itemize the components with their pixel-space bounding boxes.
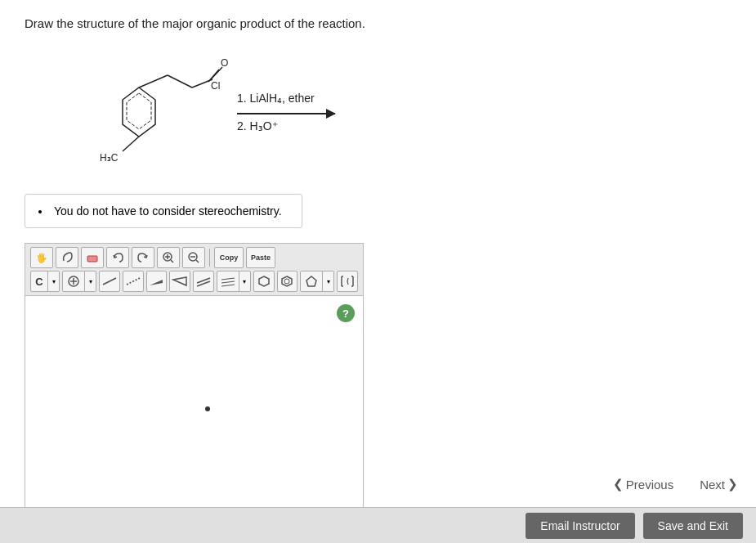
- reaction-steps: 1. LiAlH₄, ether 2. H₃O⁺: [237, 87, 335, 137]
- plus-dropdown-arrow[interactable]: ▾: [85, 271, 96, 292]
- svg-marker-24: [150, 280, 163, 285]
- hexagon-tool[interactable]: [253, 271, 275, 292]
- svg-line-42: [347, 281, 348, 285]
- canvas-dot: [205, 406, 210, 411]
- question-text: Draw the structure of the major organic …: [25, 16, 731, 30]
- shape-dropdown[interactable]: ▾: [300, 271, 334, 292]
- svg-line-6: [211, 67, 222, 79]
- svg-text:Cl: Cl: [211, 80, 220, 92]
- molecule-structure: O Cl H₃C: [41, 47, 237, 177]
- zoom-out-tool[interactable]: [182, 247, 205, 268]
- bond-type-dropdown[interactable]: ▾: [217, 271, 251, 292]
- svg-line-22: [103, 278, 116, 285]
- svg-line-2: [139, 75, 168, 88]
- reaction-step2: 2. H₃O⁺: [237, 114, 335, 137]
- wedge-up-tool[interactable]: [146, 271, 168, 292]
- lasso-tool[interactable]: [56, 247, 78, 268]
- svg-marker-31: [259, 276, 269, 286]
- toolbar-row-1: 🖐 Copy Paste: [30, 247, 358, 268]
- plus-tool[interactable]: [62, 271, 85, 292]
- svg-point-33: [284, 279, 289, 284]
- undo-tool[interactable]: [106, 247, 129, 268]
- reaction-arrow: [237, 113, 335, 114]
- select-tool[interactable]: 🖐: [30, 247, 53, 268]
- save-exit-button[interactable]: Save and Exit: [643, 513, 743, 539]
- erase-tool[interactable]: [81, 247, 104, 268]
- toolbar-separator-1: [209, 249, 210, 267]
- pentagon-tool[interactable]: [300, 271, 323, 292]
- chevron-right-icon: [727, 477, 738, 491]
- plus-dropdown[interactable]: ▾: [62, 271, 96, 292]
- copy-tool[interactable]: Copy: [214, 247, 244, 268]
- next-button[interactable]: Next: [690, 470, 748, 498]
- reaction-step1: 1. LiAlH₄, ether: [237, 87, 335, 110]
- main-content: Draw the structure of the major organic …: [0, 0, 756, 528]
- carbon-dropdown-arrow[interactable]: ▾: [48, 271, 60, 292]
- toolbar-row-2: C ▾ ▾: [30, 271, 358, 292]
- drawing-toolbar: 🖐 Copy Paste: [25, 243, 364, 295]
- carbon-dropdown[interactable]: C ▾: [30, 271, 60, 292]
- drawing-canvas[interactable]: ?: [25, 295, 364, 512]
- svg-line-29: [221, 281, 235, 283]
- bottom-bar: Email Instructor Save and Exit: [0, 507, 756, 543]
- svg-line-3: [168, 75, 192, 88]
- zoom-in-tool[interactable]: [157, 247, 180, 268]
- svg-marker-32: [282, 276, 292, 286]
- help-button[interactable]: ?: [337, 304, 355, 322]
- email-instructor-button[interactable]: Email Instructor: [526, 513, 634, 539]
- svg-text:H₃C: H₃C: [100, 152, 119, 164]
- double-bond-tool[interactable]: [193, 271, 214, 292]
- previous-button[interactable]: Previous: [603, 470, 683, 498]
- svg-line-15: [171, 260, 173, 263]
- dashed-bond-tool[interactable]: [123, 271, 144, 292]
- svg-rect-11: [87, 256, 97, 262]
- hint-text: You do not have to consider stereochemis…: [38, 204, 289, 218]
- single-bond-tool[interactable]: [99, 271, 120, 292]
- hint-box: You do not have to consider stereochemis…: [25, 194, 302, 228]
- carbon-tool[interactable]: C: [30, 271, 48, 292]
- ring-tool[interactable]: [277, 271, 298, 292]
- svg-line-23: [127, 278, 140, 285]
- svg-marker-25: [173, 277, 186, 285]
- svg-line-9: [123, 137, 139, 151]
- svg-marker-34: [306, 276, 316, 286]
- bond-dropdown-arrow[interactable]: ▾: [239, 271, 251, 292]
- svg-line-18: [196, 260, 199, 263]
- svg-line-28: [221, 278, 235, 280]
- svg-line-30: [221, 285, 235, 286]
- wedge-down-tool[interactable]: [169, 271, 190, 292]
- bracket-tool[interactable]: [337, 271, 358, 292]
- svg-marker-0: [123, 88, 155, 137]
- triple-bond-tool[interactable]: [217, 271, 239, 292]
- chevron-left-icon: [613, 477, 624, 491]
- redo-tool[interactable]: [132, 247, 154, 268]
- paste-tool[interactable]: Paste: [246, 247, 275, 268]
- svg-text:O: O: [221, 57, 228, 69]
- navigation-area: Previous Next: [603, 470, 748, 498]
- svg-marker-1: [127, 93, 151, 129]
- reaction-container: O Cl H₃C 1. LiAlH₄, ether 2. H₃O⁺: [41, 47, 731, 177]
- svg-line-41: [347, 278, 348, 281]
- shape-dropdown-arrow[interactable]: ▾: [323, 271, 334, 292]
